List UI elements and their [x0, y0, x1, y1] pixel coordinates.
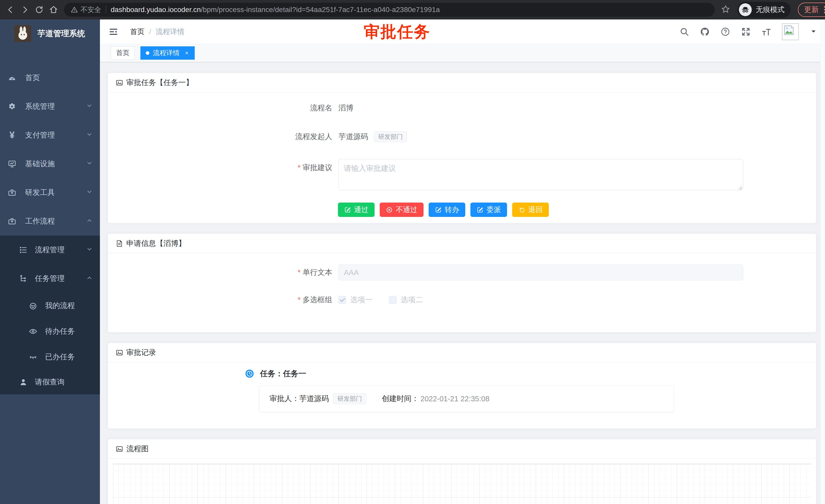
diagram-card-header: 流程图 — [108, 439, 816, 459]
required-mark: * — [298, 163, 301, 172]
checkbox-checked-icon — [339, 296, 346, 304]
apply-info-card: 申请信息【滔博】 *单行文本 *多选框组 选项一 — [107, 234, 816, 332]
reload-icon[interactable] — [33, 4, 45, 16]
fullscreen-icon[interactable] — [741, 27, 751, 36]
home-icon[interactable] — [48, 4, 60, 16]
browser-menu-icon[interactable] — [824, 6, 825, 13]
card-title: 流程图 — [126, 444, 149, 454]
checkbox-unchecked-icon — [389, 296, 397, 304]
sidebar-item-home[interactable]: 首页 — [0, 64, 100, 92]
forward-icon[interactable] — [19, 4, 31, 16]
back-icon[interactable] — [5, 4, 16, 16]
action-buttons: 通过 不通过 转办 委派 — [338, 202, 816, 223]
sidebar-toggle-icon[interactable] — [107, 26, 120, 37]
initiator-label: 流程发起人 — [108, 132, 339, 142]
address-bar[interactable]: 不安全 dashboard.yudao.iocoder.cn/bpm/proce… — [64, 3, 715, 17]
avatar[interactable] — [782, 23, 799, 40]
record-card-header: 审批记录 — [108, 343, 816, 362]
list-tree-icon — [19, 246, 28, 254]
briefcase-icon — [8, 217, 16, 226]
created-label: 创建时间： — [382, 394, 419, 404]
app-title: 芋道管理系统 — [38, 28, 85, 39]
checkbox-option-2: 选项二 — [389, 295, 423, 305]
not-secure-icon — [71, 6, 78, 13]
bpmn-grid-canvas[interactable] — [113, 464, 811, 504]
sidebar-item-infrastructure[interactable]: 基础设施 — [0, 150, 100, 178]
card-title: 申请信息【滔博】 — [126, 238, 186, 249]
monitor-icon — [8, 160, 16, 168]
browser-toolbar: 不安全 dashboard.yudao.iocoder.cn/bpm/proce… — [0, 0, 825, 19]
picture-icon — [116, 79, 123, 87]
breadcrumb-home[interactable]: 首页 — [130, 27, 145, 36]
sidebar-item-todo-tasks[interactable]: 待办任务 — [0, 319, 100, 344]
tab-process-detail[interactable]: 流程详情 — [140, 47, 195, 60]
bookmark-star-icon[interactable] — [721, 5, 730, 15]
eye-closed-icon — [29, 353, 38, 361]
sidebar-item-leave-query[interactable]: 请假查询 — [0, 370, 100, 394]
return-button[interactable]: 退回 — [512, 202, 549, 217]
user-icon — [19, 378, 28, 387]
card-title: 审批记录 — [126, 347, 156, 358]
dashboard-icon — [8, 74, 16, 82]
timeline-task-row: 任务：任务一 — [245, 368, 816, 379]
incognito-icon — [739, 3, 752, 16]
initiator-value: 芋道源码 — [339, 132, 368, 142]
close-icon[interactable] — [184, 51, 189, 56]
chevron-down-icon — [86, 160, 93, 168]
sidebar-item-my-process[interactable]: 我的流程 — [0, 293, 100, 319]
approver-label: 审批人： — [270, 394, 299, 404]
yen-icon: ¥ — [8, 130, 16, 141]
workflow-submenu: 流程管理 任务管理 我的流程 待办任务 — [0, 236, 100, 394]
gear-icon — [8, 102, 16, 111]
sidebar-item-done-tasks[interactable]: 已办任务 — [0, 344, 100, 370]
font-size-icon[interactable] — [761, 27, 771, 36]
sidebar-item-devtools[interactable]: 研发工具 — [0, 178, 100, 207]
picture-icon — [116, 445, 123, 453]
reject-button[interactable]: 不通过 — [380, 202, 424, 217]
update-button[interactable]: 更新 — [798, 3, 825, 17]
tab-home[interactable]: 首页 — [111, 47, 135, 60]
sidebar-item-label: 支付管理 — [25, 130, 55, 140]
advice-label: *审批建议 — [108, 159, 339, 173]
sidebar-item-payment[interactable]: ¥ 支付管理 — [0, 121, 100, 150]
delegate-button[interactable]: 委派 — [470, 202, 507, 217]
initiator-row: 流程发起人 芋道源码 研发部门 — [108, 129, 816, 145]
tree-icon — [19, 274, 28, 283]
scrollbar-track[interactable] — [820, 19, 825, 504]
chevron-down-icon — [86, 131, 93, 140]
transfer-button[interactable]: 转办 — [429, 202, 465, 217]
github-icon[interactable] — [700, 27, 710, 36]
sidebar-item-workflow[interactable]: 工作流程 — [0, 207, 100, 236]
approve-task-card: 审批任务【任务一】 流程名 滔博 流程发起人 芋道源码 研发部门 *审批建议 — [107, 73, 816, 223]
advice-textarea[interactable] — [339, 159, 743, 190]
record-detail-box: 审批人：芋道源码 研发部门 创建时间： 2022-01-21 22:35:08 — [259, 386, 674, 412]
sidebar-item-process-mgmt[interactable]: 流程管理 — [0, 236, 100, 264]
checkbox-option-1: 选项一 — [339, 295, 373, 305]
sidebar-item-label: 已办任务 — [45, 352, 75, 362]
chevron-down-icon — [86, 102, 93, 111]
checkbox-group-row: *多选框组 选项一 选项二 — [108, 295, 816, 305]
breadcrumb: 首页 / 流程详情 — [130, 27, 184, 36]
url-host: dashboard.yudao.iocoder.cn — [111, 6, 201, 14]
sidebar-logo-row: 芋道管理系统 — [0, 19, 100, 48]
help-icon[interactable] — [721, 27, 730, 36]
avatar-caret-icon[interactable] — [810, 27, 817, 36]
text-field-row: *单行文本 — [108, 264, 816, 280]
approve-button[interactable]: 通过 — [338, 202, 375, 217]
picture-icon — [116, 349, 123, 356]
url-path: /bpm/process-instance/detail?id=54aa251f… — [201, 6, 440, 14]
sidebar-item-system[interactable]: 系统管理 — [0, 92, 100, 121]
sidebar-item-label: 我的流程 — [45, 301, 75, 311]
apply-card-header: 申请信息【滔博】 — [108, 234, 816, 253]
advice-row: *审批建议 — [108, 159, 816, 191]
sidebar-item-label: 系统管理 — [25, 101, 55, 112]
active-dot — [146, 51, 149, 55]
process-diagram-card: 流程图 — [107, 439, 816, 504]
approver-value: 芋道源码 — [299, 394, 329, 404]
eye-open-icon — [29, 327, 38, 336]
search-icon[interactable] — [679, 27, 689, 36]
sidebar-item-label: 待办任务 — [45, 326, 75, 337]
page-title: 审批任务 — [364, 21, 431, 43]
face-icon — [29, 302, 38, 310]
sidebar-item-task-mgmt[interactable]: 任务管理 — [0, 264, 100, 293]
